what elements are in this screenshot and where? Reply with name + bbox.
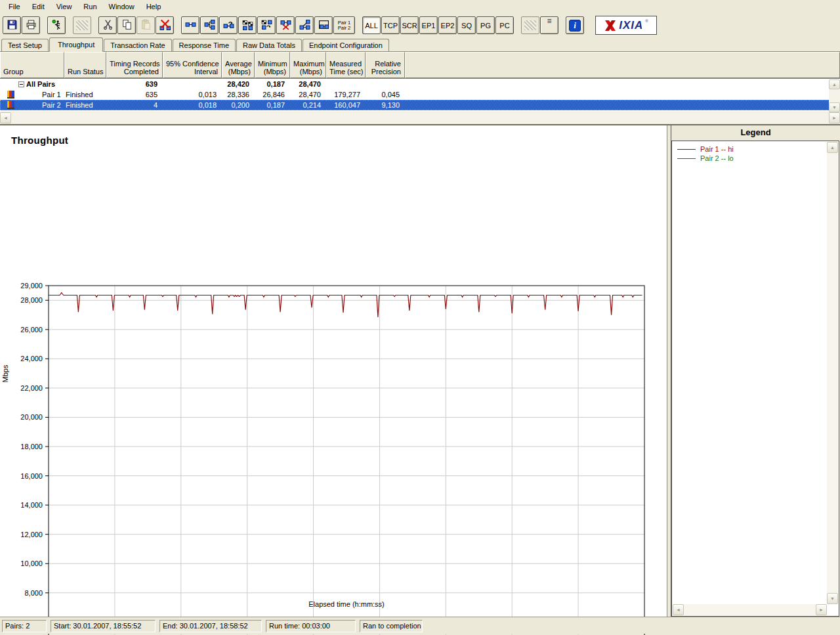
- legend-vertical-scrollbar[interactable]: ▲▼: [827, 142, 838, 604]
- legend-horizontal-scrollbar[interactable]: ◄►: [673, 604, 827, 615]
- table-scroll-right-button[interactable]: ►: [829, 112, 840, 123]
- filter-pc-button[interactable]: PC: [495, 16, 514, 34]
- column-header-run-status[interactable]: Run Status: [64, 52, 106, 78]
- column-header-completed[interactable]: Timing RecordsCompleted: [106, 52, 163, 78]
- column-header-line1: Maximum: [293, 60, 322, 68]
- column-header-mbps[interactable]: Minimum(Mbps): [255, 52, 290, 78]
- tab-transaction-rate[interactable]: Transaction Rate: [104, 39, 171, 51]
- cell-run-status: Finished: [64, 91, 106, 99]
- cell-completed: 4: [106, 101, 163, 109]
- column-header-mbps[interactable]: Average(Mbps): [222, 52, 255, 78]
- column-header-precision[interactable]: RelativePrecision: [366, 52, 405, 78]
- copy-icon: [121, 19, 133, 32]
- table-horizontal-scrollbar[interactable]: ◄►: [0, 112, 840, 123]
- runner-icon: [51, 19, 62, 32]
- column-header-mbps[interactable]: Maximum(Mbps): [290, 52, 326, 78]
- filter-tcp-button[interactable]: TCP: [381, 16, 400, 34]
- y-tick-label: 14,000: [20, 501, 43, 509]
- column-header-interval[interactable]: 95% ConfidenceInterval: [163, 52, 222, 78]
- tab-bar: Test SetupThroughputTransaction RateResp…: [0, 37, 840, 52]
- legend-scroll-up-button[interactable]: ▲: [827, 142, 838, 153]
- filter-scr-button[interactable]: SCR: [400, 16, 419, 34]
- cell-mbps: 28,470: [290, 80, 326, 88]
- tab-endpoint-configuration[interactable]: Endpoint Configuration: [303, 39, 389, 51]
- toolbar-group-3: [73, 16, 92, 34]
- legend-item-pair-1-hi[interactable]: Pair 1 -- hi: [675, 144, 836, 154]
- pair-chain-button[interactable]: [295, 16, 314, 34]
- column-header-time-sec[interactable]: MeasuredTime (sec): [326, 52, 366, 78]
- legend-scroll-right-button[interactable]: ►: [816, 604, 827, 615]
- copy-button[interactable]: [117, 16, 136, 34]
- legend-item-pair-2-lo[interactable]: Pair 2 -- lo: [675, 154, 836, 163]
- column-header-line1: Timing Records: [110, 60, 159, 68]
- table-scroll-up-button[interactable]: ▲: [829, 79, 840, 89]
- pair-box-icon: [318, 19, 329, 32]
- print-button[interactable]: [22, 16, 40, 34]
- ixia-logo-text: IXIA: [619, 19, 643, 32]
- y-tick-label: 12,000: [20, 531, 43, 538]
- add-pair-button[interactable]: [181, 16, 200, 34]
- column-header-line1: Average: [225, 60, 251, 68]
- y-tick-label: 10,000: [20, 559, 43, 567]
- column-header-line2: Precision: [369, 68, 401, 76]
- delete-button[interactable]: [156, 16, 174, 34]
- run-test-button[interactable]: [47, 16, 66, 34]
- collapse-toggle-icon[interactable]: [18, 81, 24, 87]
- tab-test-setup[interactable]: Test Setup: [1, 39, 49, 51]
- menu-view[interactable]: View: [51, 1, 78, 12]
- pair-chart-icon: [7, 101, 14, 109]
- table-scroll-track[interactable]: [11, 112, 829, 123]
- column-header-line1: 95% Confidence: [166, 60, 218, 68]
- pair-1-2-button[interactable]: Pair 1Pair 2: [333, 16, 355, 34]
- menu-file[interactable]: File: [3, 1, 26, 12]
- add-multicast-group-button[interactable]: [200, 16, 219, 34]
- table-scroll-left-button[interactable]: ◄: [0, 112, 11, 123]
- legend-scroll-down-button[interactable]: ▼: [827, 593, 838, 604]
- tab-throughput[interactable]: Throughput: [49, 37, 103, 52]
- about-button[interactable]: i: [566, 16, 584, 34]
- toolbar: Pair 1Pair 2ALLTCPSCREP1EP2SQPGPC≡i IXIA…: [0, 13, 840, 37]
- filter-all-button[interactable]: ALL: [362, 16, 381, 34]
- main-area: Throughput Mbps 29,00028,00026,00024,000…: [0, 124, 840, 617]
- delete-x-icon: [159, 19, 171, 32]
- table-scroll-down-button[interactable]: ▼: [829, 102, 840, 112]
- menu-run[interactable]: Run: [77, 1, 102, 12]
- tab-response-time[interactable]: Response Time: [173, 39, 236, 51]
- pair-box-button[interactable]: [314, 16, 333, 34]
- legend-item-label: Pair 1 -- hi: [700, 145, 734, 153]
- printer-icon: [26, 19, 37, 32]
- toolbar-group-2: [47, 16, 66, 34]
- list-view-button[interactable]: ≡: [540, 16, 558, 34]
- table-row-all-pairs[interactable]: All Pairs63928,4200,18728,470: [0, 79, 840, 89]
- flag-swap-button[interactable]: [257, 16, 276, 34]
- filter-ep2-button[interactable]: EP2: [438, 16, 457, 34]
- column-header-group[interactable]: Group: [0, 52, 64, 78]
- legend-panel: Legend Pair 1 -- hiPair 2 -- lo ▲▼ ◄►: [671, 125, 840, 617]
- floppy-icon: [7, 19, 18, 32]
- edit-pair-button[interactable]: [219, 16, 238, 34]
- tab-raw-data-totals[interactable]: Raw Data Totals: [236, 39, 302, 51]
- save-button[interactable]: [3, 16, 21, 34]
- legend-list-box: Pair 1 -- hiPair 2 -- lo ▲▼ ◄►: [671, 141, 839, 617]
- table-vertical-scrollbar[interactable]: ▲▼: [829, 79, 840, 112]
- table-row-pair-1[interactable]: Pair 1Finished6350,01328,33626,84628,470…: [0, 89, 840, 100]
- menu-help[interactable]: Help: [140, 1, 167, 12]
- filter-ep1-button[interactable]: EP1: [419, 16, 438, 34]
- table-row-pair-2[interactable]: Pair 2Finished40,0180,2000,1870,214160,0…: [0, 100, 840, 110]
- filter-pg-button[interactable]: PG: [476, 16, 495, 34]
- pair-name: Pair 2: [42, 101, 61, 109]
- table-header-row: GroupRun StatusTiming RecordsCompleted95…: [0, 52, 840, 79]
- dotted-pattern-icon: [524, 20, 536, 30]
- cell-run-status: Finished: [64, 101, 106, 109]
- finish-flags-button[interactable]: [238, 16, 257, 34]
- ixia-logo-x-icon: [604, 19, 617, 32]
- cut-button[interactable]: [98, 16, 117, 34]
- remove-pair-button[interactable]: [276, 16, 295, 34]
- y-tick-label: 20,000: [20, 413, 43, 421]
- filter-sq-button[interactable]: SQ: [457, 16, 476, 34]
- legend-scroll-left-button[interactable]: ◄: [673, 604, 684, 615]
- menu-edit[interactable]: Edit: [26, 1, 51, 12]
- menu-window[interactable]: Window: [103, 1, 140, 12]
- x-axis-label: Elapsed time (h:mm:ss): [49, 600, 644, 608]
- cell-mbps: 0,214: [290, 101, 326, 109]
